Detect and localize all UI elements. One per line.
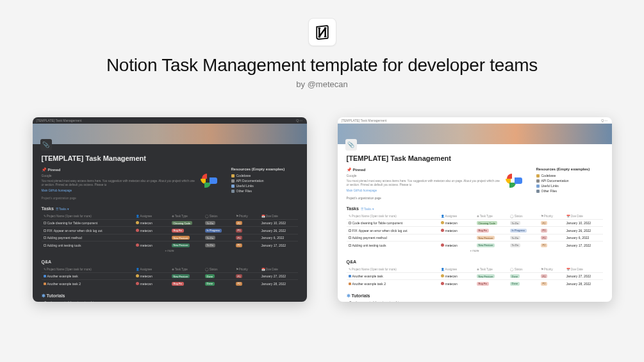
col-priority: ⚑ Priority <box>234 213 260 220</box>
resource-item[interactable]: Other Files <box>231 189 298 193</box>
byline: by @metecan <box>296 79 347 89</box>
due-date: January 26, 2022 <box>260 227 298 234</box>
checkbox-icon[interactable] <box>44 244 46 247</box>
table-row[interactable]: Adding payment methodNew FeatureTo DoP1J… <box>347 234 603 242</box>
notion-logo <box>308 18 336 46</box>
col-assignee: 👤 Assignee <box>134 213 170 220</box>
due-date: January 10, 2022 <box>565 219 603 227</box>
view-selector[interactable]: ☰ Tasks ▾ <box>56 208 69 211</box>
col-name: ✎ Project Name (Open task for more) <box>347 213 439 220</box>
table-row[interactable]: Code cleaning for Table componentmetecan… <box>42 219 298 227</box>
page-icon: 📎 <box>40 139 52 151</box>
table-row[interactable]: Adding unit testing toolsmetecanNew Feat… <box>42 242 298 249</box>
task-type-chip: New Feature <box>172 236 190 240</box>
avatar <box>136 221 139 224</box>
tutorial-item[interactable]: •Creating a new task by using a template <box>347 301 603 302</box>
table-row[interactable]: FIX: Appear an error when click log outm… <box>347 227 603 234</box>
resource-icon <box>536 179 540 183</box>
more-link[interactable]: + more <box>42 249 298 253</box>
resource-item[interactable]: API Documentation <box>536 179 603 183</box>
page-icon: 📎 <box>345 139 357 151</box>
resource-item[interactable]: API Documentation <box>231 179 298 183</box>
col-date: 📅 Due Date <box>565 213 603 220</box>
priority-chip: P2 <box>541 221 548 225</box>
resource-icon <box>536 190 540 193</box>
status-chip: To Do <box>510 221 520 225</box>
col-name: ✎ Project Name (Open task for more) <box>347 267 439 273</box>
breadcrumb: [TEMPLATE] Task ManagementQ ⋯ <box>338 117 612 124</box>
task-type-chip: New Feature <box>477 236 495 240</box>
pinned-link[interactable]: Main GitHub homepage <box>42 189 72 192</box>
tutorials-header: ✱ Tutorials <box>347 293 603 299</box>
task-type-chip: Cleaning Code <box>172 221 192 225</box>
checkbox-icon[interactable] <box>349 236 351 239</box>
due-date: January 17, 2022 <box>260 242 298 249</box>
task-type-chip: New Feature <box>172 274 190 278</box>
resource-item[interactable]: Useful Links <box>536 184 603 188</box>
col-date: 📅 Due Date <box>565 267 603 273</box>
task-type-chip: Bug Fix <box>172 229 185 233</box>
qa-color-icon <box>44 283 46 285</box>
table-row[interactable]: Another example taskmetecanNew FeatureDo… <box>42 272 298 280</box>
resource-label: API Documentation <box>236 179 264 183</box>
task-name: Adding unit testing tools <box>349 243 437 247</box>
resource-item[interactable]: Codebase <box>231 174 298 177</box>
resource-label: API Documentation <box>541 179 569 183</box>
task-type-chip: Cleaning Code <box>477 221 497 225</box>
task-name: Another example task 2 <box>44 282 132 286</box>
cover-image: 📎 <box>338 124 612 144</box>
more-link[interactable]: + more <box>347 249 603 253</box>
task-name: Adding unit testing tools <box>44 243 132 247</box>
assignee-cell: metecan <box>439 280 475 287</box>
table-row[interactable]: Another example task 2metecanBug FixDone… <box>347 280 603 287</box>
checkbox-icon[interactable] <box>44 229 46 232</box>
table-row[interactable]: Code cleaning for Table componentmetecan… <box>347 219 603 227</box>
avatar <box>136 229 139 232</box>
resource-item[interactable]: Other Files <box>536 189 603 193</box>
task-name: Another example task <box>349 274 437 278</box>
table-row[interactable]: Adding unit testing toolsmetecanNew Feat… <box>347 242 603 249</box>
pinned-link[interactable]: Main GitHub homepage <box>347 189 377 192</box>
tutorial-item[interactable]: •Creating a new task by using a template <box>42 301 298 302</box>
avatar <box>136 282 139 285</box>
qa-table: ✎ Project Name (Open task for more)👤 Ass… <box>42 267 298 287</box>
due-date: January 10, 2022 <box>260 219 298 227</box>
checkbox-icon[interactable] <box>44 222 46 224</box>
checkbox-icon[interactable] <box>349 222 351 224</box>
checkbox-icon[interactable] <box>349 229 351 232</box>
priority-chip: P1 <box>236 274 243 278</box>
checkbox-icon[interactable] <box>349 244 351 247</box>
priority-chip: P2 <box>236 221 243 225</box>
resource-label: Useful Links <box>236 184 254 188</box>
resource-label: Other Files <box>236 189 252 193</box>
task-type-chip: Bug Fix <box>477 282 490 286</box>
status-chip: To Do <box>205 221 215 225</box>
qa-color-icon <box>44 275 46 277</box>
table-row[interactable]: Another example taskmetecanNew FeatureDo… <box>347 272 603 280</box>
status-chip: Done <box>205 282 215 286</box>
task-type-chip: Bug Fix <box>477 229 490 233</box>
priority-chip: P1 <box>541 274 548 278</box>
table-row[interactable]: Another example task 2metecanBug FixDone… <box>42 280 298 287</box>
resource-item[interactable]: Useful Links <box>231 184 298 188</box>
resource-icon <box>231 190 235 193</box>
view-selector[interactable]: ☰ Tasks ▾ <box>361 208 374 211</box>
qa-header: Q&A <box>347 259 603 264</box>
col-type: ◈ Task Type <box>170 213 203 220</box>
avatar <box>441 243 444 247</box>
resource-item[interactable]: Codebase <box>536 174 603 177</box>
table-row[interactable]: FIX: Appear an error when click log outm… <box>42 227 298 234</box>
checkbox-icon[interactable] <box>44 236 46 239</box>
table-row[interactable]: Adding payment methodNew FeatureTo DoP1J… <box>42 234 298 242</box>
resource-label: Codebase <box>541 174 556 177</box>
priority-chip: P2 <box>541 282 548 286</box>
avatar <box>136 274 139 277</box>
col-type: ◈ Task Type <box>475 213 508 220</box>
page-title: Notion Task Management template for deve… <box>106 55 538 76</box>
assignee-cell: metecan <box>134 272 170 280</box>
qa-color-icon <box>349 283 351 285</box>
tasks-header: Tasks☰ Tasks ▾ <box>347 206 603 211</box>
resource-label: Useful Links <box>541 184 559 188</box>
col-assignee: 👤 Assignee <box>134 267 170 273</box>
status-chip: Done <box>205 274 215 278</box>
